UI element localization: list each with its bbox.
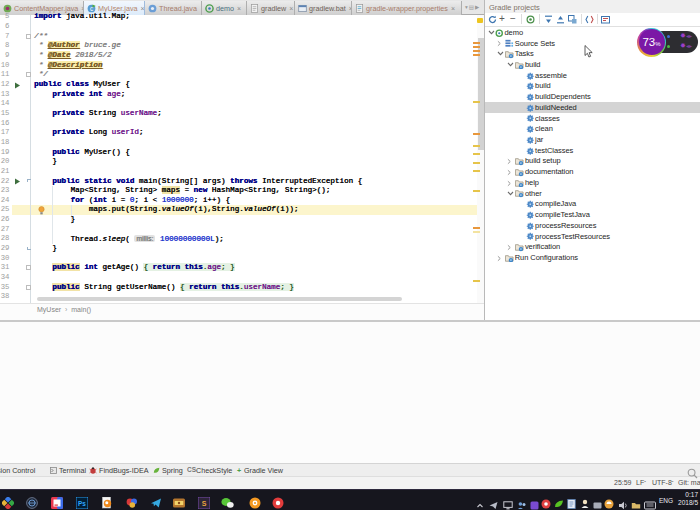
svg-text:Ps: Ps: [78, 500, 86, 507]
svg-text:S: S: [202, 500, 207, 507]
